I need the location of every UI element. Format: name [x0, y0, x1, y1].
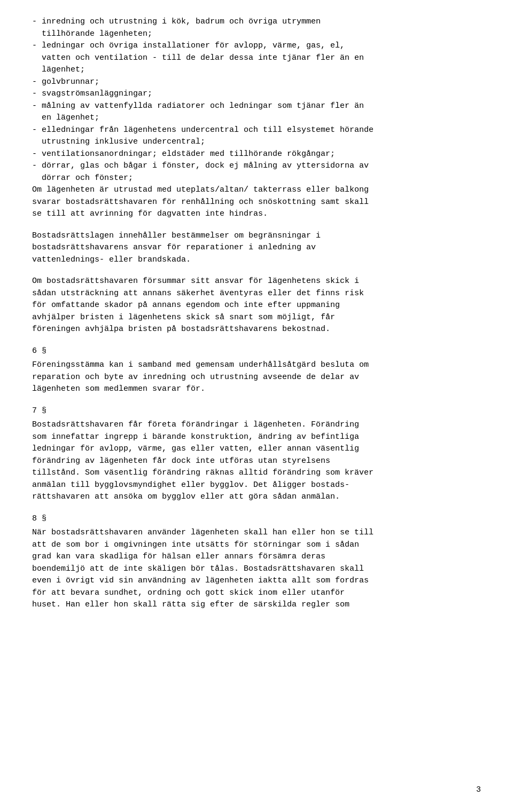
section-number-6: 6 § [32, 345, 481, 358]
content-block-6: 8 § När bostadsrättshavaren använder läg… [32, 513, 481, 611]
content-block-1: - inredning och utrustning i kök, badrum… [32, 16, 481, 220]
page: - inredning och utrustning i kök, badrum… [0, 0, 513, 812]
paragraph-1: - inredning och utrustning i kök, badrum… [32, 16, 481, 220]
content-block-2: Bostadsrättslagen innehåller bestämmelse… [32, 230, 481, 266]
section-number-8: 8 § [32, 513, 481, 525]
paragraph-4: Föreningsstämma kan i samband med gemens… [32, 359, 481, 396]
content-block-3: Om bostadsrättshavaren försummar sitt an… [32, 275, 481, 336]
content-block-5: 7 § Bostadsrättshavaren får företa förän… [32, 405, 481, 503]
content-block-4: 6 § Föreningsstämma kan i samband med ge… [32, 345, 481, 396]
paragraph-6: När bostadsrättshavaren använder lägenhe… [32, 527, 481, 611]
paragraph-3: Om bostadsrättshavaren försummar sitt an… [32, 275, 481, 336]
section-number-7: 7 § [32, 405, 481, 417]
paragraph-2: Bostadsrättslagen innehåller bestämmelse… [32, 230, 481, 266]
paragraph-5: Bostadsrättshavaren får företa förändrin… [32, 419, 481, 503]
page-number: 3 [476, 784, 481, 797]
